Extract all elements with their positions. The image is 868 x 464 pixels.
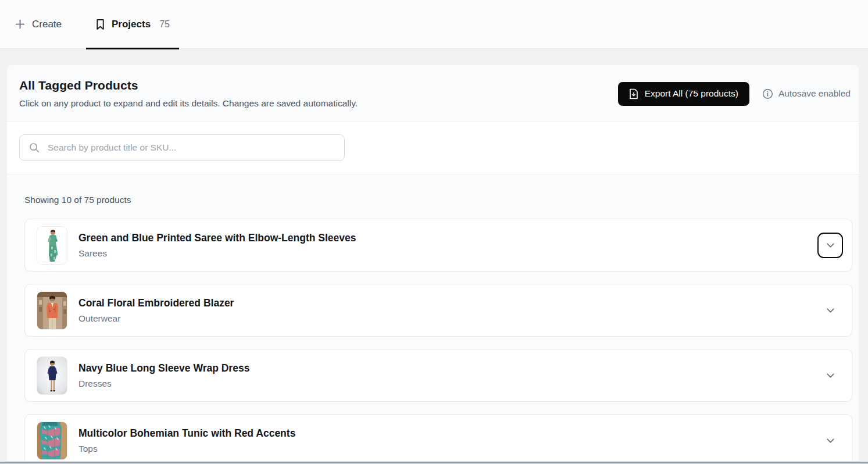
product-row-tunic[interactable]: Multicolor Bohemian Tunic with Red Accen… (24, 414, 852, 464)
expand-button[interactable] (817, 298, 843, 323)
autosave-status: Autosave enabled (762, 88, 851, 99)
page-header-text: All Tagged Products Click on any product… (19, 78, 358, 109)
product-title: Coral Floral Embroidered Blazer (78, 297, 234, 309)
plus-icon (15, 19, 26, 30)
product-thumbnail (37, 356, 67, 395)
search-box[interactable] (19, 134, 345, 161)
chevron-down-icon (824, 239, 837, 251)
window-bottom-edge (0, 461, 868, 464)
expand-button[interactable] (817, 233, 843, 258)
main-panel: All Tagged Products Click on any product… (7, 65, 859, 464)
export-all-label: Export All (75 products) (645, 88, 738, 99)
chevron-down-icon (824, 434, 837, 447)
product-title: Navy Blue Long Sleeve Wrap Dress (78, 362, 249, 374)
product-thumbnail (37, 226, 67, 265)
product-category: Outerwear (78, 313, 234, 324)
product-title: Multicolor Bohemian Tunic with Red Accen… (78, 427, 295, 440)
header-actions: Export All (75 products) Autosave enable… (618, 82, 851, 106)
expand-button[interactable] (817, 363, 843, 388)
search-section (7, 122, 859, 174)
bookmark-icon (95, 19, 105, 30)
list-summary: Showing 10 of 75 products (24, 195, 852, 205)
product-thumbnail (37, 291, 67, 330)
page-header: All Tagged Products Click on any product… (7, 65, 859, 122)
product-info: Coral Floral Embroidered Blazer Outerwea… (78, 297, 234, 324)
product-info: Multicolor Bohemian Tunic with Red Accen… (78, 427, 295, 454)
tab-projects[interactable]: Projects 75 (86, 0, 179, 48)
product-title: Green and Blue Printed Saree with Elbow-… (78, 232, 356, 244)
tab-projects-label: Projects (112, 19, 151, 30)
page-subtitle: Click on any product to expand and edit … (19, 98, 358, 109)
product-category: Dresses (78, 379, 249, 389)
product-category: Tops (78, 444, 295, 454)
projects-count-badge: 75 (159, 19, 170, 30)
product-thumbnail (37, 422, 67, 460)
product-info: Green and Blue Printed Saree with Elbow-… (78, 232, 356, 259)
create-label: Create (32, 19, 62, 30)
export-all-button[interactable]: Export All (75 products) (618, 82, 749, 106)
product-row-dress[interactable]: Navy Blue Long Sleeve Wrap Dress Dresses (24, 349, 852, 402)
create-button[interactable]: Create (15, 0, 62, 48)
product-row-saree[interactable]: Green and Blue Printed Saree with Elbow-… (24, 219, 852, 272)
product-category: Sarees (78, 248, 356, 259)
search-icon (28, 142, 40, 154)
product-list-section: Showing 10 of 75 products Green and Blue… (7, 174, 859, 464)
product-row-blazer[interactable]: Coral Floral Embroidered Blazer Outerwea… (24, 284, 852, 337)
file-download-icon (629, 88, 638, 99)
search-input[interactable] (47, 142, 335, 154)
autosave-label: Autosave enabled (778, 88, 851, 99)
chevron-down-icon (824, 304, 837, 316)
info-icon (762, 88, 773, 99)
page-title: All Tagged Products (19, 78, 358, 92)
top-navigation-bar: Create Projects 75 (0, 0, 868, 49)
product-info: Navy Blue Long Sleeve Wrap Dress Dresses (78, 362, 249, 389)
expand-button[interactable] (817, 428, 843, 454)
chevron-down-icon (824, 369, 837, 381)
